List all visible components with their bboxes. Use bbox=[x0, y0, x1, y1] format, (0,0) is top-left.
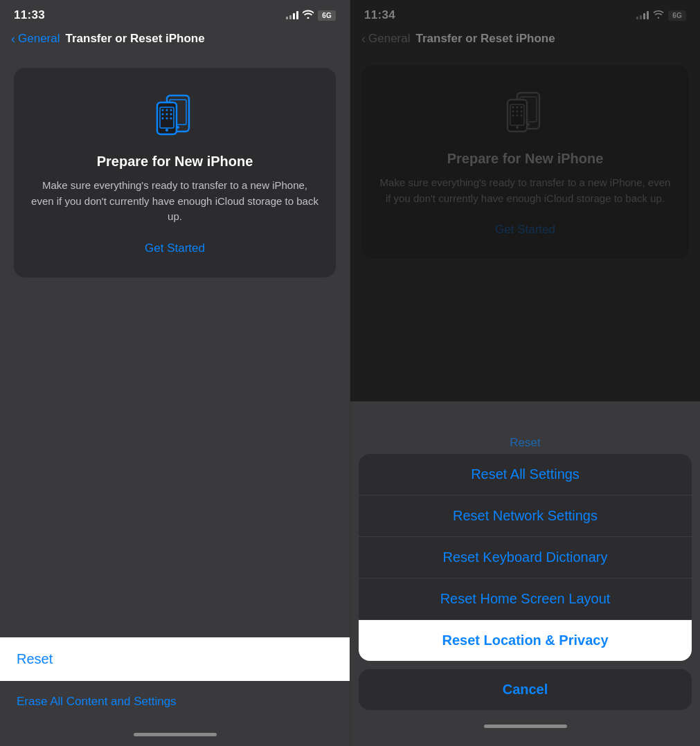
right-screen: 11:34 6G ‹ General Transfer or Reset iPh… bbox=[350, 0, 700, 746]
status-bar-left: 11:33 6G bbox=[0, 0, 350, 26]
svg-point-6 bbox=[165, 109, 168, 111]
home-bar-right bbox=[484, 725, 567, 728]
prepare-card-left: Prepare for New iPhone Make sure everyth… bbox=[14, 68, 336, 278]
back-button-left[interactable]: ‹ General bbox=[11, 32, 60, 46]
reset-button-left[interactable]: Reset bbox=[0, 637, 350, 681]
left-screen: 11:33 6G ‹ General Transfer or Reset iPh… bbox=[0, 0, 350, 746]
sheet-item-reset-all[interactable]: Reset All Settings bbox=[359, 454, 692, 495]
svg-point-7 bbox=[170, 109, 172, 111]
cancel-item[interactable]: Cancel bbox=[359, 669, 692, 710]
dim-overlay bbox=[350, 0, 700, 401]
chevron-left-icon-left: ‹ bbox=[11, 33, 15, 45]
home-indicator-left bbox=[0, 722, 350, 746]
sheet-item-reset-home[interactable]: Reset Home Screen Layout bbox=[359, 579, 692, 620]
nav-bar-left: ‹ General Transfer or Reset iPhone bbox=[0, 26, 350, 54]
sheet-item-reset-keyboard[interactable]: Reset Keyboard Dictionary bbox=[359, 537, 692, 579]
transfer-icon-left bbox=[147, 87, 203, 143]
cancel-button[interactable]: Cancel bbox=[359, 669, 692, 710]
action-sheet: Reset Reset All Settings Reset Network S… bbox=[350, 432, 700, 746]
home-indicator-right bbox=[359, 714, 692, 738]
get-started-left[interactable]: Get Started bbox=[145, 239, 205, 258]
prepare-desc-left: Make sure everything's ready to transfer… bbox=[30, 178, 319, 225]
home-bar-left bbox=[134, 733, 217, 736]
signal-icon-left bbox=[286, 11, 298, 19]
svg-point-5 bbox=[161, 109, 163, 111]
svg-point-13 bbox=[170, 118, 172, 120]
time-left: 11:33 bbox=[14, 8, 45, 22]
svg-point-14 bbox=[165, 129, 168, 131]
battery-icon-left: 6G bbox=[318, 10, 336, 21]
sheet-item-reset-location[interactable]: Reset Location & Privacy bbox=[359, 620, 692, 661]
reset-peek: Reset bbox=[359, 432, 692, 454]
svg-point-10 bbox=[170, 113, 172, 116]
svg-point-11 bbox=[161, 118, 163, 120]
status-icons-left: 6G bbox=[286, 10, 336, 21]
bottom-actions-left: Reset Erase All Content and Settings bbox=[0, 637, 350, 746]
svg-point-12 bbox=[165, 118, 168, 120]
erase-button-left[interactable]: Erase All Content and Settings bbox=[0, 681, 350, 722]
wifi-icon-left bbox=[303, 10, 314, 21]
sheet-main: Reset All Settings Reset Network Setting… bbox=[359, 454, 692, 661]
nav-title-left: Transfer or Reset iPhone bbox=[65, 32, 204, 46]
svg-point-8 bbox=[161, 113, 163, 116]
svg-point-9 bbox=[165, 113, 168, 116]
main-content-left: Prepare for New iPhone Make sure everyth… bbox=[0, 54, 350, 291]
sheet-item-reset-network[interactable]: Reset Network Settings bbox=[359, 495, 692, 537]
back-label-left: General bbox=[18, 32, 60, 46]
prepare-title-left: Prepare for New iPhone bbox=[97, 154, 253, 170]
